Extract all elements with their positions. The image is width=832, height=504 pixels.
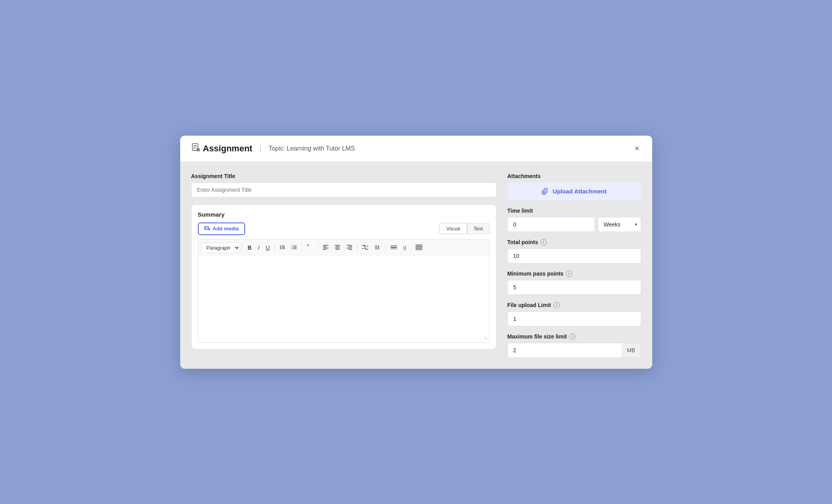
bold-icon: B — [248, 245, 252, 251]
paragraph-select[interactable]: Paragraph — [201, 243, 240, 253]
italic-icon: I — [258, 245, 260, 251]
toolbar-sep-1 — [243, 244, 243, 252]
svg-point-11 — [280, 245, 280, 246]
bold-button[interactable]: B — [245, 243, 254, 252]
align-center-icon — [335, 245, 340, 250]
align-center-button[interactable] — [332, 243, 343, 252]
summary-box: Summary Add media Visual — [191, 204, 496, 349]
svg-point-12 — [280, 247, 280, 248]
assignment-title-input[interactable] — [191, 182, 496, 197]
visual-view-button[interactable]: Visual — [439, 223, 467, 234]
align-right-icon — [347, 245, 352, 250]
attachments-label: Attachments — [507, 173, 641, 179]
summary-label: Summary — [198, 211, 490, 218]
modal-header: Assignment | Topic: Learning with Tutor … — [180, 136, 652, 162]
code-button[interactable]: {} — [401, 243, 412, 252]
blockquote-button[interactable]: " — [304, 243, 315, 252]
svg-rect-41 — [416, 245, 422, 250]
time-limit-label: Time limit — [507, 208, 641, 214]
editor-toolbar: Paragraph B I U 1.2.3. " — [198, 239, 490, 256]
text-view-button[interactable]: Text — [467, 223, 490, 234]
assignment-title-group: Assignment Title — [191, 173, 496, 197]
file-upload-limit-info-icon[interactable]: i — [553, 302, 560, 308]
italic-button[interactable]: I — [256, 243, 262, 252]
toolbar-sep-6 — [386, 244, 386, 252]
underline-icon: U — [266, 245, 270, 251]
time-limit-row: Minutes Hours Days Weeks ▾ — [507, 217, 641, 232]
assignment-icon — [191, 143, 200, 154]
svg-text:": " — [307, 245, 309, 250]
total-points-group: Total points i — [507, 239, 641, 263]
unlink-icon: ⛓ — [374, 245, 381, 250]
align-left-icon — [323, 245, 328, 250]
assignment-title-label: Assignment Title — [191, 173, 496, 179]
link-button[interactable] — [360, 243, 371, 252]
upload-attachment-button[interactable]: Upload Attachment — [507, 182, 641, 200]
blockquote-icon: " — [307, 245, 313, 250]
paperclip-icon — [542, 188, 549, 195]
header-divider: | — [259, 144, 261, 153]
min-pass-points-input[interactable] — [507, 280, 641, 295]
hr-icon — [391, 245, 397, 250]
add-media-button[interactable]: Add media — [198, 223, 245, 235]
total-points-label: Total points — [507, 239, 538, 245]
modal-subtitle: Topic: Learning with Tutor LMS — [269, 145, 355, 152]
align-right-button[interactable] — [344, 243, 354, 252]
min-pass-points-label: Minimum pass points — [507, 270, 564, 277]
link-icon — [362, 245, 368, 250]
mb-input-wrapper: MB — [507, 343, 641, 358]
mb-unit-label: MB — [622, 343, 641, 358]
max-file-size-label: Maximum file size limit — [507, 333, 567, 340]
time-unit-wrapper: Minutes Hours Days Weeks ▾ — [598, 217, 641, 232]
svg-point-4 — [197, 148, 200, 151]
min-pass-points-label-row: Minimum pass points i — [507, 270, 641, 277]
add-media-icon — [204, 226, 210, 232]
numbered-list-button[interactable]: 1.2.3. — [289, 243, 299, 252]
table-button[interactable] — [413, 243, 424, 252]
unlink-button[interactable]: ⛓ — [372, 243, 383, 252]
horizontal-rule-button[interactable] — [388, 243, 399, 252]
resize-handle[interactable]: ⤡ — [484, 335, 488, 341]
file-upload-limit-input[interactable] — [507, 311, 641, 326]
file-upload-limit-group: File upload Limit i — [507, 302, 641, 326]
max-file-size-label-row: Maximum file size limit i — [507, 333, 641, 340]
attachments-group: Attachments Upload Attachment — [507, 173, 641, 200]
file-upload-limit-label: File upload Limit — [507, 302, 551, 308]
summary-toolbar-top: Add media Visual Text — [198, 223, 490, 235]
toolbar-sep-4 — [318, 244, 318, 252]
toolbar-sep-2 — [275, 244, 275, 252]
total-points-info-icon[interactable]: i — [541, 239, 547, 245]
max-file-size-input[interactable] — [507, 343, 622, 358]
close-button[interactable]: × — [633, 143, 641, 155]
min-pass-points-info-icon[interactable]: i — [566, 270, 572, 277]
modal-title: Assignment — [191, 143, 253, 154]
svg-point-13 — [280, 248, 280, 249]
max-file-size-info-icon[interactable]: i — [569, 333, 576, 340]
table-icon — [416, 245, 422, 250]
bullet-list-button[interactable] — [277, 243, 288, 252]
total-points-input[interactable] — [507, 248, 641, 263]
file-upload-limit-label-row: File upload Limit i — [507, 302, 641, 308]
svg-text:⛓: ⛓ — [374, 245, 380, 250]
align-left-button[interactable] — [321, 243, 331, 252]
underline-button[interactable]: U — [264, 243, 272, 252]
left-panel: Assignment Title Summary Add media — [191, 173, 496, 358]
modal-body: Assignment Title Summary Add media — [180, 162, 652, 369]
toolbar-sep-3 — [302, 244, 302, 252]
max-file-size-group: Maximum file size limit i MB — [507, 333, 641, 358]
svg-text:{}: {} — [403, 245, 406, 250]
modal-header-left: Assignment | Topic: Learning with Tutor … — [191, 143, 355, 154]
assignment-modal: Assignment | Topic: Learning with Tutor … — [180, 136, 652, 369]
upload-attachment-label: Upload Attachment — [553, 188, 607, 195]
toolbar-sep-5 — [357, 244, 357, 252]
time-limit-group: Time limit Minutes Hours Days Weeks ▾ — [507, 208, 641, 232]
time-limit-input[interactable] — [507, 217, 595, 232]
min-pass-points-group: Minimum pass points i — [507, 270, 641, 295]
view-toggle: Visual Text — [439, 223, 489, 234]
numbered-list-icon: 1.2.3. — [291, 245, 297, 250]
right-panel: Attachments Upload Attachment Time limit… — [507, 173, 641, 358]
editor-area[interactable]: ⤡ — [198, 256, 490, 343]
add-media-label: Add media — [213, 226, 239, 232]
bullet-list-icon — [280, 245, 285, 250]
time-unit-select[interactable]: Minutes Hours Days Weeks — [598, 217, 641, 232]
